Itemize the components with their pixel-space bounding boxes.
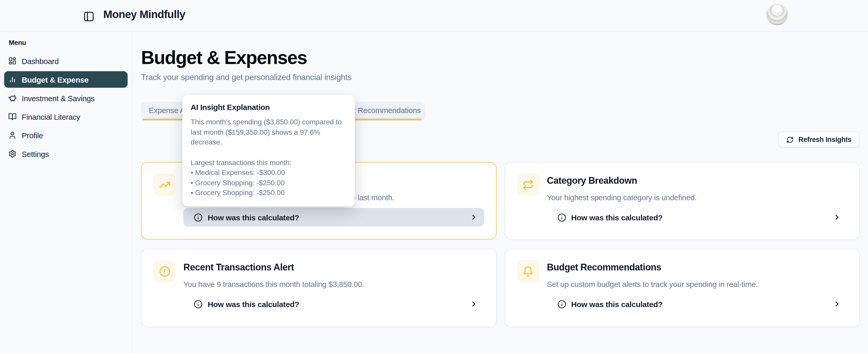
page-subtitle: Track your spending and get personalized… (141, 73, 351, 82)
info-icon (557, 299, 566, 308)
chevron-right-icon (469, 300, 478, 308)
tab-expense-analysis[interactable]: Expense A (149, 102, 185, 119)
how-calculated-link[interactable]: How was this calculated? (547, 295, 847, 313)
sidebar-item-profile[interactable]: Profile (4, 127, 128, 143)
card-description-fragment: to last month. (349, 193, 395, 202)
user-icon (8, 131, 17, 139)
sidebar-item-settings[interactable]: Settings (4, 145, 128, 162)
sidebar-item-label: Budget & Expense (22, 75, 89, 84)
sidebar-item-label: Financial Literacy (22, 112, 80, 121)
main-content: Budget & Expenses Track your spending an… (132, 32, 868, 353)
chevron-right-icon (833, 213, 841, 221)
sidebar-toggle-button[interactable] (83, 11, 95, 22)
tooltip-line: • Grocery Shopping: -$250.00 (191, 178, 347, 188)
card-description: Your highest spending category is undefi… (547, 193, 697, 202)
gear-icon (8, 150, 17, 158)
tooltip-line: Largest transactions this month: (191, 158, 347, 168)
sidebar-item-label: Profile (22, 131, 43, 140)
repeat-icon (517, 173, 539, 196)
tooltip-title: AI Insight Explanation (191, 103, 347, 111)
sidebar: Menu Dashboard Budget & Expense (0, 32, 132, 353)
card-description: Set up custom budget alerts to track you… (547, 280, 758, 288)
bar-chart-icon (8, 75, 17, 83)
sidebar-item-dashboard[interactable]: Dashboard (4, 52, 128, 69)
card-title: Recent Transactions Alert (183, 262, 294, 273)
chevron-right-icon (833, 300, 841, 308)
refresh-icon (786, 136, 794, 143)
sidebar-item-label: Investment & Savings (22, 94, 95, 102)
how-calculated-label: How was this calculated? (571, 213, 663, 222)
how-calculated-label: How was this calculated? (208, 213, 299, 222)
page-title: Budget & Expenses (141, 47, 307, 69)
avatar[interactable] (766, 4, 788, 25)
card-title: Category Breakdown (547, 175, 637, 186)
sidebar-item-label: Settings (22, 149, 49, 158)
info-icon (194, 213, 203, 222)
refresh-insights-label: Refresh Insights (799, 136, 851, 143)
how-calculated-label: How was this calculated? (571, 299, 663, 308)
refresh-insights-button[interactable]: Refresh Insights (778, 132, 860, 148)
card-description: You have 9 transactions this month total… (183, 280, 364, 288)
trending-up-icon (153, 173, 176, 196)
sidebar-section-label: Menu (9, 39, 128, 46)
panel-left-icon (83, 11, 95, 22)
app-title: Money Mindfully (103, 8, 185, 21)
tooltip-transactions: Largest transactions this month: • Medic… (191, 158, 347, 198)
insight-card-recent-transactions: Recent Transactions Alert You have 9 tra… (141, 249, 496, 327)
chevron-right-icon (469, 213, 478, 221)
how-calculated-label: How was this calculated? (208, 299, 299, 308)
book-open-icon (8, 112, 17, 121)
app: Money Mindfully Menu Dashboard (0, 0, 868, 353)
tooltip-line: • Grocery Shopping: -$250.00 (191, 188, 347, 198)
insight-card-category-breakdown: Category Breakdown Your highest spending… (504, 162, 860, 240)
ai-insight-tooltip: AI Insight Explanation This month's spen… (182, 95, 355, 206)
how-calculated-link[interactable]: How was this calculated? (183, 208, 484, 226)
sidebar-item-investment-savings[interactable]: Investment & Savings (4, 90, 128, 106)
tooltip-paragraph: This month's spending ($3,850.00) compar… (191, 117, 347, 147)
alert-circle-icon (153, 260, 176, 282)
how-calculated-link[interactable]: How was this calculated? (547, 208, 847, 226)
piggy-bank-icon (8, 94, 17, 102)
insight-card-budget-recommendations: Budget Recommendations Set up custom bud… (504, 249, 860, 327)
sidebar-nav: Dashboard Budget & Expense Investme (4, 52, 128, 162)
top-header: Money Mindfully (0, 0, 868, 32)
bell-icon (517, 260, 539, 282)
sidebar-item-label: Dashboard (22, 57, 59, 65)
tooltip-line: • Medical Expenses: -$300.00 (191, 168, 347, 178)
how-calculated-link[interactable]: How was this calculated? (183, 295, 484, 313)
info-icon (557, 213, 566, 222)
info-icon (194, 299, 203, 308)
tab-product-recommendations[interactable]: ct Recommendations (350, 102, 421, 119)
layout-dashboard-icon (8, 57, 17, 65)
sidebar-item-budget-expense[interactable]: Budget & Expense (4, 71, 128, 88)
card-title: Budget Recommendations (547, 262, 661, 273)
sidebar-item-financial-literacy[interactable]: Financial Literacy (4, 108, 128, 125)
